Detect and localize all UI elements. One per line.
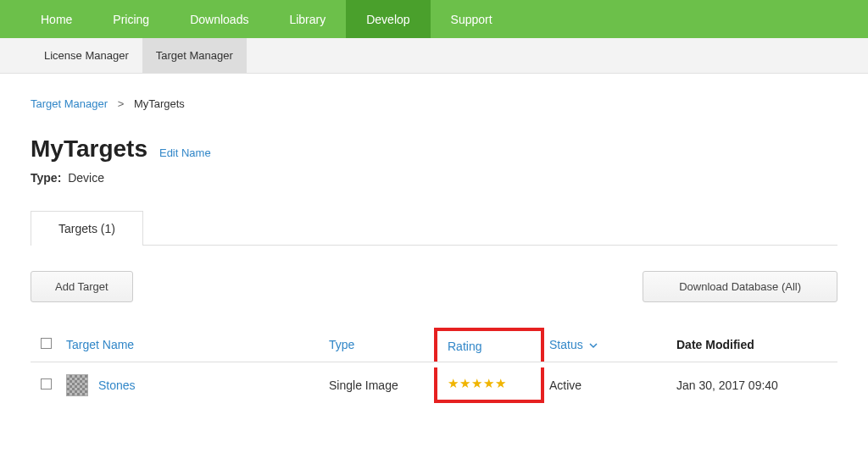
target-name-link[interactable]: Stones (98, 378, 136, 392)
header-type[interactable]: Type (324, 328, 434, 362)
nav-library[interactable]: Library (269, 0, 346, 38)
table-row: Stones Single Image ★ ★ ★ ★ ★ (31, 362, 837, 409)
breadcrumb: Target Manager > MyTargets (31, 97, 837, 110)
row-date-modified: Jan 30, 2017 09:40 (671, 362, 837, 409)
breadcrumb-current: MyTargets (134, 97, 185, 110)
star-icon: ★ (459, 376, 470, 391)
nav-pricing[interactable]: Pricing (92, 0, 170, 38)
header-rating-label: Rating (448, 340, 481, 353)
header-target-name[interactable]: Target Name (61, 328, 324, 362)
tabs: Targets (1) (31, 210, 837, 246)
row-rating: ★ ★ ★ ★ ★ (434, 362, 544, 409)
page-title: MyTargets (31, 135, 147, 163)
nav-support[interactable]: Support (431, 0, 513, 38)
star-icon: ★ (483, 376, 494, 391)
star-icon: ★ (448, 376, 459, 391)
subnav-license-manager[interactable]: License Manager (31, 38, 142, 73)
star-icon: ★ (495, 376, 506, 391)
header-status-label: Status (549, 338, 583, 351)
targets-table: Target Name Type Rating Status Date Modi… (31, 328, 837, 408)
chevron-down-icon (589, 341, 598, 350)
add-target-button[interactable]: Add Target (31, 271, 133, 302)
breadcrumb-root[interactable]: Target Manager (31, 97, 108, 110)
subnav-target-manager[interactable]: Target Manager (142, 38, 247, 73)
top-nav: Home Pricing Downloads Library Develop S… (0, 0, 868, 38)
type-value: Device (68, 171, 104, 185)
header-rating[interactable]: Rating (434, 328, 544, 362)
breadcrumb-sep: > (118, 97, 125, 110)
sub-nav: License Manager Target Manager (0, 38, 868, 74)
row-checkbox[interactable] (41, 378, 52, 389)
nav-home[interactable]: Home (20, 0, 92, 38)
tab-targets[interactable]: Targets (1) (31, 211, 143, 246)
target-thumbnail (66, 374, 88, 396)
row-status: Active (544, 362, 671, 409)
nav-downloads[interactable]: Downloads (170, 0, 269, 38)
rating-stars: ★ ★ ★ ★ ★ (448, 376, 506, 391)
type-row: Type: Device (31, 171, 837, 185)
edit-name-link[interactable]: Edit Name (159, 146, 211, 159)
nav-develop[interactable]: Develop (346, 0, 430, 38)
header-date-modified: Date Modified (671, 328, 837, 362)
download-database-button[interactable]: Download Database (All) (643, 271, 837, 302)
header-checkbox-col (31, 328, 61, 362)
select-all-checkbox[interactable] (41, 338, 52, 349)
star-icon: ★ (471, 376, 482, 391)
type-label: Type: (31, 171, 61, 185)
row-type: Single Image (324, 362, 434, 409)
header-status[interactable]: Status (544, 328, 671, 362)
